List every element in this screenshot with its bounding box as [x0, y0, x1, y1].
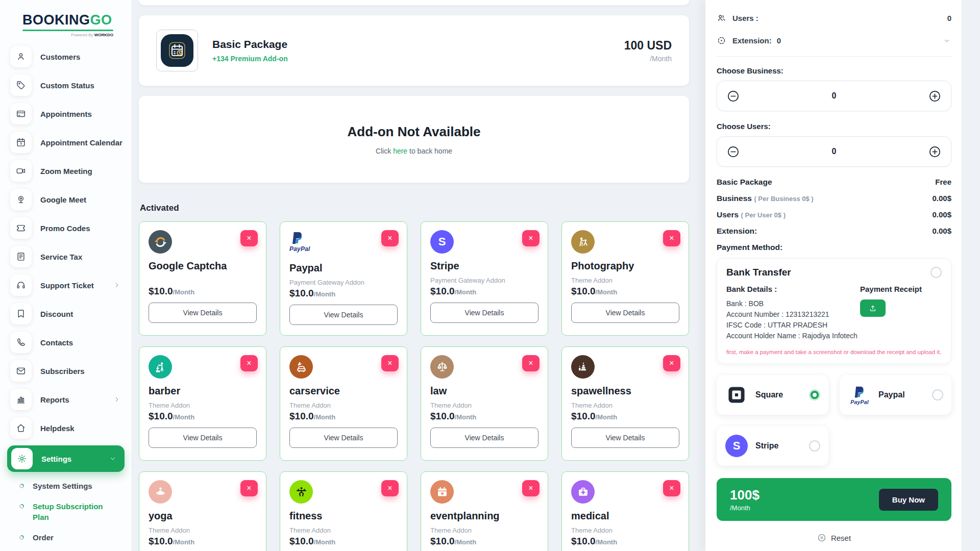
- remove-addon-button[interactable]: ×: [381, 230, 399, 246]
- package-title: Basic Package: [212, 38, 288, 51]
- bank-transfer-radio[interactable]: [930, 267, 942, 278]
- sidebar-item-reports[interactable]: Reports: [10, 388, 132, 411]
- payment-method-stripe[interactable]: SStripe: [717, 426, 828, 466]
- addon-price: $10.0/Month: [430, 411, 538, 422]
- view-details-button[interactable]: View Details: [571, 303, 679, 323]
- scrolled-card-edge: [139, 0, 689, 5]
- addon-price: $10.0/Month: [430, 536, 538, 547]
- sidebar-item-appointments[interactable]: Appointments: [10, 103, 132, 125]
- payment-method-label: Payment Method:: [717, 243, 951, 252]
- summary-row-extension-: Extension: 0.00$: [717, 227, 951, 236]
- sidebar-item-zoom-meeting[interactable]: Zoom Meeting: [10, 160, 132, 182]
- sidebar-item-google-meet[interactable]: Google Meet: [10, 188, 132, 211]
- sidebar-subitem-order[interactable]: Order: [0, 528, 132, 548]
- back-home-link[interactable]: here: [393, 147, 407, 155]
- addon-price: $10.0/Month: [289, 411, 398, 422]
- sidebar-item-discount[interactable]: Discount: [10, 303, 132, 325]
- sidebar-item-helpdesk[interactable]: Helpdesk: [10, 417, 132, 439]
- divider: [717, 56, 951, 57]
- sidebar-item-support-ticket[interactable]: Support Ticket: [10, 274, 132, 296]
- view-details-button[interactable]: View Details: [571, 428, 679, 448]
- payment-method-square[interactable]: Square: [717, 375, 828, 415]
- addon-price: $10.0/Month: [149, 536, 257, 547]
- package-price-amount: 100 USD: [624, 39, 672, 53]
- users-decrement-button[interactable]: [726, 145, 740, 159]
- sidebar-item-custom-status[interactable]: Custom Status: [10, 74, 132, 96]
- choose-users-label: Choose Users:: [717, 122, 951, 131]
- payment-receipt-label: Payment Receipt: [860, 285, 942, 293]
- remove-addon-button[interactable]: ×: [663, 480, 680, 496]
- phone-icon: [10, 332, 32, 353]
- radio-stripe[interactable]: [809, 440, 820, 452]
- account-holder-line: Account Holder Name : Rajodiya Infotech: [726, 331, 860, 341]
- addon-name: Stripe: [430, 260, 538, 272]
- remove-addon-button[interactable]: ×: [240, 230, 258, 246]
- addon-price: $10.0/Month: [571, 286, 679, 297]
- bank-transfer-title: Bank Transfer: [726, 267, 791, 278]
- sidebar-item-appointment-calendar[interactable]: Appointment Calendar: [10, 131, 132, 154]
- gear-icon: [11, 448, 33, 469]
- view-details-button[interactable]: View Details: [289, 305, 398, 325]
- view-details-button[interactable]: View Details: [149, 303, 257, 323]
- business-decrement-button[interactable]: [726, 89, 740, 103]
- stripe-logo-icon: S: [725, 435, 748, 457]
- spa-icon: [571, 355, 595, 379]
- users-stepper-value: 0: [740, 147, 928, 156]
- remove-addon-button[interactable]: ×: [663, 230, 680, 246]
- addon-name: barber: [149, 385, 257, 397]
- addon-price: $10.0/Month: [571, 411, 679, 422]
- car-icon: [289, 355, 313, 379]
- sidebar-item-contacts[interactable]: Contacts: [10, 331, 132, 354]
- addon-subtitle: Payment Gateway Addon: [289, 279, 398, 287]
- payment-method-paypal[interactable]: PayPalPaypal: [840, 375, 951, 415]
- brand-logo-underline: [22, 30, 113, 31]
- brand-logo[interactable]: BOOKINGGO Powered By WORKDO: [0, 0, 113, 37]
- addon-name: Paypal: [289, 262, 398, 274]
- notice-subtitle: Click here to back home: [376, 147, 452, 155]
- chart-icon: [10, 389, 32, 410]
- premium-addon-link[interactable]: +134 Premium Add-on: [212, 55, 288, 63]
- sidebar-item-subscribers[interactable]: Subscribers: [10, 360, 132, 382]
- chevron-right-icon: [113, 396, 120, 403]
- remove-addon-button[interactable]: ×: [381, 480, 399, 496]
- view-details-button[interactable]: View Details: [430, 303, 538, 323]
- view-details-button[interactable]: View Details: [289, 428, 398, 448]
- remove-addon-button[interactable]: ×: [240, 480, 258, 496]
- sidebar-item-service-tax[interactable]: Service Tax: [10, 245, 132, 268]
- remove-addon-button[interactable]: ×: [522, 230, 540, 246]
- business-increment-button[interactable]: [928, 89, 942, 103]
- addon-name: yoga: [149, 510, 257, 522]
- remove-addon-button[interactable]: ×: [522, 480, 540, 496]
- remove-addon-button[interactable]: ×: [663, 355, 680, 371]
- package-icon-frame: [156, 30, 198, 71]
- view-details-button[interactable]: View Details: [430, 428, 538, 448]
- users-increment-button[interactable]: [928, 145, 942, 159]
- radio-square[interactable]: [809, 389, 820, 400]
- remove-addon-button[interactable]: ×: [522, 355, 540, 371]
- headset-icon: [10, 274, 32, 296]
- mail-icon: [10, 360, 32, 382]
- main-content: Basic Package +134 Premium Add-on 100 US…: [139, 0, 689, 551]
- extension-toggle-row[interactable]: Extension: 0: [717, 36, 951, 45]
- view-details-button[interactable]: View Details: [149, 428, 257, 448]
- summary-row-users: Users ( Per User 0$ )0.00$: [717, 210, 951, 219]
- choose-business-label: Choose Business:: [717, 66, 951, 75]
- sidebar-item-settings[interactable]: Settings: [7, 445, 125, 472]
- remove-addon-button[interactable]: ×: [381, 355, 399, 371]
- buy-now-button[interactable]: Buy Now: [879, 489, 938, 511]
- addon-card-eventplanning: ×eventplanningTheme Addon$10.0/MonthView…: [421, 471, 548, 551]
- addon-name: law: [430, 385, 538, 397]
- addon-name: eventplanning: [430, 510, 538, 522]
- activated-heading: Activated: [140, 203, 689, 213]
- reset-button[interactable]: Reset: [717, 533, 951, 542]
- addon-card-carservice: ×carserviceTheme Addon$10.0/MonthView De…: [280, 346, 407, 461]
- radio-paypal[interactable]: [932, 389, 943, 400]
- sidebar-item-customers[interactable]: Customers: [10, 45, 132, 68]
- sidebar-subitem-system-settings[interactable]: System Settings: [0, 476, 132, 496]
- remove-addon-button[interactable]: ×: [240, 355, 258, 371]
- upload-receipt-button[interactable]: [860, 299, 886, 317]
- sidebar-item-promo-codes[interactable]: Promo Codes: [10, 217, 132, 239]
- account-number-line: Account Number : 12313213221: [726, 309, 860, 320]
- sidebar-subitem-setup-subscription-plan[interactable]: Setup Subscription Plan: [0, 496, 132, 528]
- addon-card-spawellness: ×spawellnessTheme Addon$10.0/MonthView D…: [561, 346, 689, 461]
